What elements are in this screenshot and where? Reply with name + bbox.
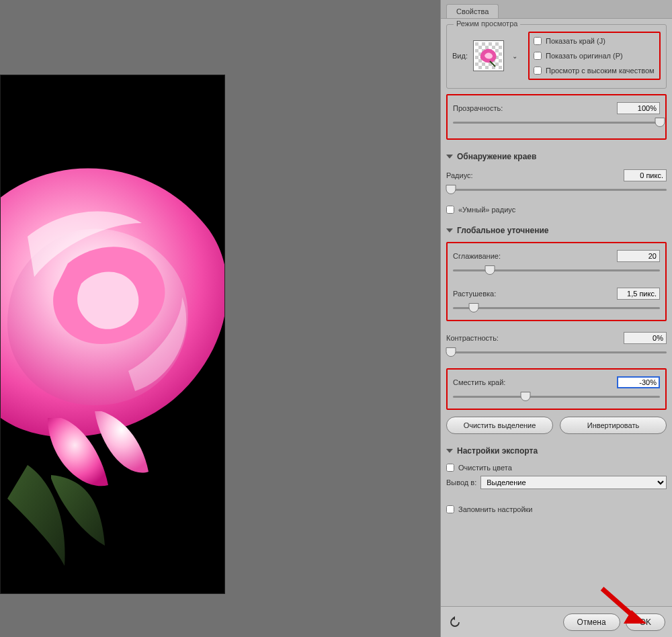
decon-check[interactable]: Очистить цвета	[446, 464, 667, 472]
view-mode-legend: Режим просмотра	[454, 19, 520, 28]
check-high-quality-label: Просмотр с высоким качеством	[546, 67, 655, 75]
output-label: Вывод в:	[446, 478, 476, 486]
feather-label: Растушевка:	[453, 290, 496, 298]
smooth-knob[interactable]	[485, 265, 495, 275]
feather-value[interactable]	[617, 288, 660, 300]
decon-label: Очистить цвета	[458, 464, 512, 472]
check-high-quality-box[interactable]	[534, 67, 542, 75]
feather-slider[interactable]	[453, 304, 660, 313]
view-dropdown-caret[interactable]: ⌄	[509, 40, 520, 71]
radius-label: Радиус:	[446, 171, 473, 179]
shift-edge-value[interactable]	[617, 376, 660, 388]
radius-value[interactable]	[624, 169, 667, 181]
view-label: Вид:	[452, 52, 468, 60]
check-show-edge-box[interactable]	[534, 37, 542, 45]
smart-radius-box[interactable]	[446, 206, 454, 214]
feather-knob[interactable]	[468, 303, 478, 312]
properties-panel: Свойства Режим просмотра Вид:	[440, 0, 672, 637]
output-select[interactable]: Выделение	[480, 476, 667, 489]
remember-box[interactable]	[446, 505, 454, 513]
opacity-label: Прозрачность:	[453, 104, 503, 112]
check-show-edge[interactable]: Показать край (J)	[534, 37, 655, 45]
opacity-highlight: Прозрачность:	[446, 94, 667, 140]
smooth-slider[interactable]	[453, 266, 660, 275]
shift-edge-highlight: Сместить край:	[446, 368, 667, 410]
opacity-row: Прозрачность:	[453, 102, 660, 128]
edge-detection-header[interactable]: Обнаружение краев	[446, 149, 667, 164]
opacity-slider[interactable]	[453, 118, 660, 128]
contrast-slider[interactable]	[446, 348, 667, 357]
opacity-value[interactable]	[617, 102, 660, 114]
reset-icon[interactable]	[448, 615, 462, 630]
canvas-area[interactable]	[0, 0, 440, 637]
radius-knob[interactable]	[446, 185, 456, 194]
smooth-label: Сглаживание:	[453, 252, 501, 260]
shift-edge-slider[interactable]	[453, 392, 660, 402]
tab-strip: Свойства	[441, 0, 672, 19]
smart-radius-label: «Умный» радиус	[458, 206, 515, 214]
rose-image	[0, 102, 225, 572]
check-show-original[interactable]: Показать оригинал (P)	[534, 52, 655, 60]
panel-body: Режим просмотра Вид:	[441, 19, 672, 606]
invert-button[interactable]: Инвертировать	[560, 417, 667, 434]
edge-detection-section: Обнаружение краев Радиус: «Умный» радиус	[446, 149, 667, 214]
chevron-down-icon	[446, 228, 453, 232]
check-high-quality[interactable]: Просмотр с высоким качеством	[534, 67, 655, 75]
contrast-knob[interactable]	[446, 347, 456, 357]
app-root: Свойства Режим просмотра Вид:	[0, 0, 672, 637]
edge-detection-title: Обнаружение краев	[457, 152, 536, 161]
tab-properties[interactable]: Свойства	[446, 4, 499, 18]
panel-footer: Отмена OK	[441, 606, 672, 637]
document-frame	[0, 75, 225, 594]
check-show-original-box[interactable]	[534, 52, 542, 60]
smart-radius-check[interactable]: «Умный» радиус	[446, 206, 667, 214]
smooth-value[interactable]	[617, 250, 660, 262]
export-header[interactable]: Настройки экспорта	[446, 443, 667, 458]
shift-edge-knob[interactable]	[520, 392, 530, 401]
global-refine-title: Глобальное уточнение	[457, 226, 548, 235]
view-mode-group: Режим просмотра Вид:	[446, 24, 667, 89]
export-title: Настройки экспорта	[457, 446, 538, 456]
decon-box[interactable]	[446, 464, 454, 472]
chevron-down-icon	[446, 155, 453, 159]
cancel-button[interactable]: Отмена	[563, 613, 620, 631]
remember-label: Запомнить настройки	[458, 505, 533, 513]
ok-button[interactable]: OK	[626, 613, 665, 631]
export-section: Настройки экспорта Очистить цвета Вывод …	[446, 443, 667, 513]
check-show-original-label: Показать оригинал (P)	[546, 52, 623, 60]
shift-edge-label: Сместить край:	[453, 378, 505, 386]
view-checks-highlight: Показать край (J) Показать оригинал (P) …	[528, 32, 661, 80]
contrast-value[interactable]	[624, 332, 667, 344]
view-thumbnail[interactable]	[473, 40, 504, 71]
remember-check[interactable]: Запомнить настройки	[446, 505, 667, 513]
check-show-edge-label: Показать край (J)	[546, 37, 605, 45]
contrast-label: Контрастность:	[446, 334, 499, 342]
smooth-feather-highlight: Сглаживание: Растушевка:	[446, 242, 667, 321]
global-refine-header[interactable]: Глобальное уточнение	[446, 223, 667, 238]
global-refine-section: Глобальное уточнение Сглаживание:	[446, 223, 667, 434]
chevron-down-icon	[446, 449, 453, 453]
clear-selection-button[interactable]: Очистить выделение	[446, 417, 553, 434]
opacity-knob[interactable]	[655, 118, 665, 127]
radius-slider[interactable]	[446, 185, 667, 195]
